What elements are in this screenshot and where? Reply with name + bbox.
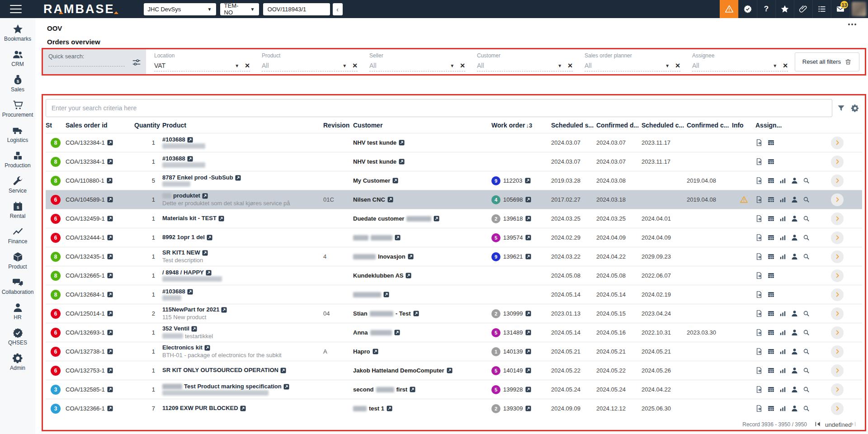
open-document-link-icon[interactable] [383,292,389,297]
order-details-grid-icon[interactable] [767,196,775,203]
assign-document-icon[interactable] [755,405,763,412]
open-document-link-icon[interactable] [207,235,212,241]
filter-funnel-icon[interactable] [837,104,845,113]
open-document-link-icon[interactable] [525,406,531,411]
open-document-link-icon[interactable] [107,387,113,392]
sidebar-item-service[interactable]: Service [0,175,35,194]
open-document-link-icon[interactable] [107,368,113,373]
document-id-input[interactable] [263,3,330,15]
assignee-icon[interactable] [791,329,798,336]
assign-document-icon[interactable] [755,367,763,374]
production-progress-icon[interactable] [779,234,787,241]
assign-document-icon[interactable] [755,177,763,184]
filter-sales-order-planner[interactable]: Sales order plannerAll▼✕ [585,52,680,74]
inspect-icon[interactable] [802,367,810,374]
order-row[interactable]: 8COA/110880-158787 Enkel prod -SubSubMy … [46,171,862,190]
assign-document-icon[interactable] [755,329,763,336]
order-details-grid-icon[interactable] [767,405,775,412]
open-document-link-icon[interactable] [525,235,531,241]
open-document-link-icon[interactable] [387,406,392,411]
reset-all-filters-button[interactable]: Reset all filters [795,52,859,71]
open-document-link-icon[interactable] [413,311,419,316]
open-document-link-icon[interactable] [202,193,208,199]
column-header-assign[interactable]: Assign... [755,122,826,129]
previous-page-button[interactable]: undefined [825,420,834,429]
open-document-link-icon[interactable] [107,406,113,411]
clear-filter-icon[interactable]: ✕ [675,62,680,69]
hamburger-menu-icon[interactable] [10,5,22,13]
order-row[interactable]: 8COA/132435-11SR KIT1 NEWTest descriptio… [46,247,862,266]
order-details-grid-icon[interactable] [767,310,775,317]
open-document-link-icon[interactable] [204,345,210,351]
production-progress-icon[interactable] [779,348,787,355]
order-row[interactable]: 6COA/125014-12115NewPart for 2021115 New… [46,304,862,323]
chevron-down-icon[interactable]: ▼ [773,63,777,68]
filter-location[interactable]: LocationVAT▼✕ [154,52,250,74]
order-details-grid-icon[interactable] [767,215,775,222]
inspect-icon[interactable] [802,329,810,336]
chevron-down-icon[interactable]: ▼ [557,63,562,68]
assignee-icon[interactable] [791,196,798,203]
open-document-link-icon[interactable] [280,368,286,373]
open-document-link-icon[interactable] [187,156,193,162]
open-order-button[interactable] [831,364,844,377]
assignee-icon[interactable] [791,367,798,374]
sidebar-item-crm[interactable]: CRM [0,49,35,67]
assign-document-icon[interactable] [755,215,763,222]
assign-document-icon[interactable] [755,348,763,355]
open-order-button[interactable] [831,231,844,244]
open-document-link-icon[interactable] [107,292,113,297]
order-details-grid-icon[interactable] [767,329,775,336]
open-document-link-icon[interactable] [107,235,113,241]
inspect-icon[interactable] [802,234,810,241]
open-document-link-icon[interactable] [235,175,241,181]
open-document-link-icon[interactable] [240,406,246,411]
order-row[interactable]: 6COA/132444-118992 1opr 1 del51395742024… [46,228,862,247]
approvals-icon[interactable] [738,0,757,18]
open-document-link-icon[interactable] [410,387,415,392]
open-document-link-icon[interactable] [107,311,113,316]
column-header-work-order[interactable]: Work order↓3 [491,122,551,129]
inspect-icon[interactable] [802,348,810,355]
sidebar-item-admin[interactable]: Admin [0,353,35,371]
sidebar-item-collaboration[interactable]: Collaboration [0,277,35,295]
open-document-link-icon[interactable] [525,311,531,316]
open-document-link-icon[interactable] [107,178,113,184]
task-list-icon[interactable] [812,0,831,18]
open-order-button[interactable] [831,383,844,396]
inspect-icon[interactable] [802,310,810,317]
open-document-link-icon[interactable] [434,216,439,222]
assignee-icon[interactable] [791,386,798,393]
order-row[interactable]: 8COA/132384-11#103688NHV test kunde2024.… [46,152,862,171]
company-select[interactable]: TEM-NO▼ [220,3,259,15]
inspect-icon[interactable] [802,253,810,260]
order-details-grid-icon[interactable] [767,253,775,260]
column-header-quantity[interactable]: Quantity [134,122,162,129]
open-document-link-icon[interactable] [107,330,113,335]
chevron-down-icon[interactable]: ▼ [450,63,454,68]
sidebar-item-sales[interactable]: $Sales [0,74,35,93]
sidebar-item-product[interactable]: Product [0,251,35,270]
order-row[interactable]: 8COA/132384-11#103688NHV test kunde2024.… [46,133,862,152]
inspect-icon[interactable] [802,386,810,393]
column-header-st[interactable]: St [46,122,66,129]
open-document-link-icon[interactable] [221,307,227,313]
open-document-link-icon[interactable] [394,330,400,335]
sidebar-item-logistics[interactable]: Logistics [0,125,35,143]
open-document-link-icon[interactable] [107,197,113,203]
column-header-scheduled-s[interactable]: Scheduled s... [551,122,596,129]
open-order-button[interactable] [831,250,844,263]
order-details-grid-icon[interactable] [767,291,775,298]
open-document-link-icon[interactable] [107,273,113,278]
order-row[interactable]: 3COA/132585-11Test Product marking speci… [46,380,862,399]
open-document-link-icon[interactable] [373,349,378,354]
favorites-icon[interactable] [775,0,794,18]
order-details-grid-icon[interactable] [767,348,775,355]
order-row[interactable]: 8COA/132665-11/ 8948 / HAPPYKundeklubben… [46,266,862,285]
production-progress-icon[interactable] [779,405,787,412]
assignee-icon[interactable] [791,348,798,355]
assignee-icon[interactable] [791,177,798,184]
alert-icon[interactable] [720,0,738,18]
order-details-grid-icon[interactable] [767,158,775,165]
clear-filter-icon[interactable]: ✕ [245,62,250,69]
